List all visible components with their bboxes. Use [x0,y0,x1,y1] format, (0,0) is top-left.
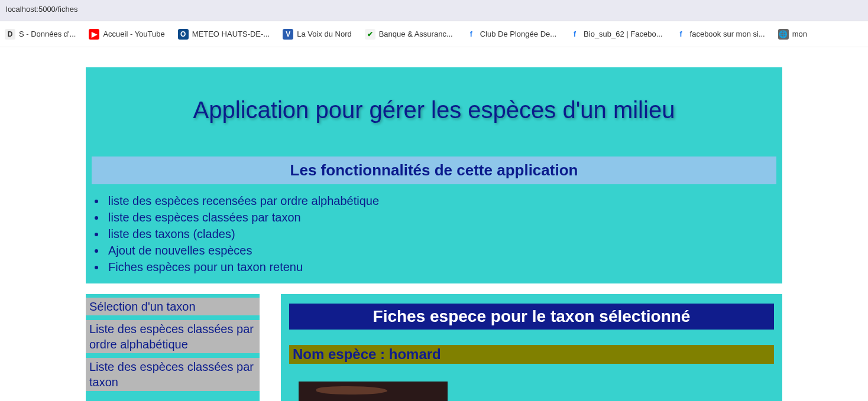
two-column-layout: Sélection d'un taxonListe des espèces cl… [86,294,782,401]
species-name-heading: Nom espèce : homard [289,345,774,364]
bookmark-label: S - Données d'... [19,30,76,38]
feature-item: Ajout de nouvelles espèces [106,242,776,259]
bookmark-favicon-icon: f [466,29,477,40]
feature-item: liste des espèces classées par taxon [106,209,776,226]
main-panel: Fiches espece pour le taxon sélectionné … [281,294,782,401]
features-heading: Les fonctionnalités de cette application [92,157,776,184]
bookmark-item[interactable]: fClub De Plongée De... [466,29,556,40]
feature-item: Fiches espèces pour un taxon retenu [106,259,776,275]
bookmark-item[interactable]: ffacebook sur mon si... [676,29,765,40]
feature-item: liste des espèces recensées par ordre al… [106,193,776,209]
bookmark-label: Banque & Assuranc... [379,30,453,38]
bookmark-favicon-icon: f [676,29,686,40]
bookmark-favicon-icon: ✔ [365,29,375,40]
page-title: Application pour gérer les espèces d'un … [86,67,782,157]
bookmark-label: Club De Plongée De... [480,30,556,38]
bookmark-label: METEO HAUTS-DE-... [192,30,270,38]
bookmark-favicon-icon: f [569,29,580,40]
bookmark-favicon-icon: D [5,29,15,40]
bookmark-label: La Voix du Nord [297,30,352,38]
bookmark-favicon-icon: O [178,29,189,40]
address-bar[interactable]: localhost:5000/fiches [0,0,868,21]
bookmark-label: mon [792,30,807,38]
features-list: liste des espèces recensées par ordre al… [86,184,782,279]
species-panel-title: Fiches espece pour le taxon sélectionné [289,304,774,330]
bookmark-favicon-icon: V [283,29,293,40]
sidebar-item[interactable]: Liste des espèces classées par ordre alp… [86,320,260,353]
header-block: Application pour gérer les espèces d'un … [86,67,782,283]
bookmark-item[interactable]: OMETEO HAUTS-DE-... [178,29,270,40]
bookmark-label: facebook sur mon si... [690,30,765,38]
sidebar: Sélection d'un taxonListe des espèces cl… [86,294,260,401]
feature-item: liste des taxons (clades) [106,226,776,242]
bookmark-favicon-icon: 🌐 [778,29,789,40]
bookmark-item[interactable]: ✔Banque & Assuranc... [365,29,453,40]
bookmark-item[interactable]: fBio_sub_62 | Facebo... [569,29,662,40]
species-image [299,382,448,401]
bookmarks-bar: DS - Données d'...▶Accueil - YouTubeOMET… [0,21,868,47]
sidebar-item[interactable]: Sélection d'un taxon [86,298,260,315]
bookmark-item[interactable]: VLa Voix du Nord [283,29,352,40]
bookmark-label: Bio_sub_62 | Facebo... [584,30,662,38]
bookmark-item[interactable]: ▶Accueil - YouTube [89,29,164,40]
bookmark-item[interactable]: DS - Données d'... [5,29,76,40]
bookmark-favicon-icon: ▶ [89,29,99,40]
url-text: localhost:5000/fiches [6,5,77,14]
sidebar-item[interactable]: Liste des espèces classées par taxon [86,358,260,391]
bookmark-item[interactable]: 🌐mon [778,29,807,40]
bookmark-label: Accueil - YouTube [103,30,164,38]
page-content: Application pour gérer les espèces d'un … [0,47,868,401]
